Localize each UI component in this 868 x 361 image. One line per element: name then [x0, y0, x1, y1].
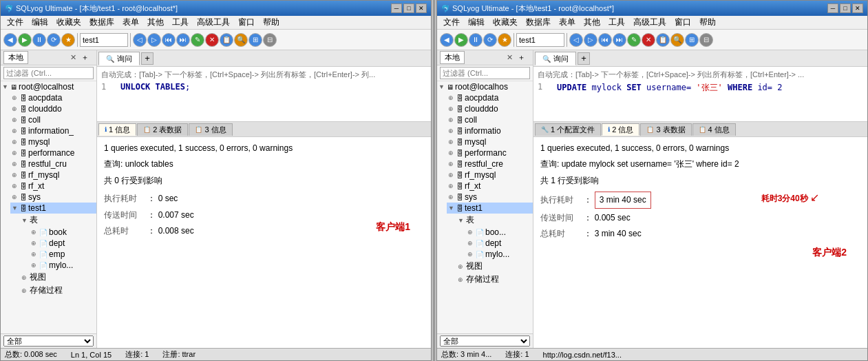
tree-proc-group-2[interactable]: ⊕存储过程	[456, 273, 533, 286]
tree-db-w2-2[interactable]: ⊕🗄coll	[447, 114, 533, 125]
tree-table-group[interactable]: ▼表	[20, 214, 96, 227]
tree-db-4[interactable]: ⊕🗄mysql	[10, 136, 96, 147]
tb-btn-open-2[interactable]: ▶	[454, 33, 468, 47]
tree-view-group[interactable]: ⊕视图	[20, 271, 96, 284]
menu-other-2[interactable]: 其他	[580, 16, 604, 29]
tree-connection-2[interactable]: ▼ 🖥 root@localhos	[437, 81, 533, 92]
tree-db-w2-7[interactable]: ⊕🗄rf_mysql	[447, 169, 533, 180]
tb-btn-d[interactable]: ⏭	[176, 33, 190, 47]
tb-btn-new-1[interactable]: ◀	[3, 33, 17, 47]
tb-btn-stop-1[interactable]: ★	[61, 33, 75, 47]
tree-connection-1[interactable]: ▼ 🖥 root@localhost	[1, 81, 96, 92]
tree-table-dept[interactable]: ⊕📄dept	[30, 238, 96, 249]
sidebar-tab-local-2[interactable]: 本地	[440, 51, 465, 64]
menu-edit-2[interactable]: 编辑	[465, 16, 488, 29]
tree-db-10[interactable]: ▼🗄test1	[10, 203, 96, 214]
query-tab-1[interactable]: 🔍 询问	[98, 52, 140, 65]
sql-editor-1[interactable]: 自动完成：[Tab]-> 下一个标签，[Ctrl+Space]-> 列出所有标签…	[97, 67, 431, 122]
tb-btn-j2[interactable]: ⊟	[699, 33, 713, 47]
tb-btn-b[interactable]: ▷	[147, 33, 161, 47]
sidebar-close-btn-1[interactable]: ✕	[70, 53, 76, 62]
tree-db-6[interactable]: ⊕🗄restful_cru	[10, 158, 96, 169]
tb-btn-open-1[interactable]: ▶	[18, 33, 32, 47]
menu-edit-1[interactable]: 编辑	[28, 16, 52, 29]
tree-db-w2-1[interactable]: ⊕🗄cloudddo	[447, 103, 533, 114]
tree-table-dept-2[interactable]: ⊕📄dept	[466, 238, 533, 249]
tree-db-w2-5[interactable]: ⊕🗄performanc	[447, 147, 533, 158]
tree-db-w2-8[interactable]: ⊕🗄rf_xt	[447, 180, 533, 192]
menu-help-2[interactable]: 帮助	[696, 16, 719, 29]
menu-win-1[interactable]: 窗口	[235, 16, 258, 29]
tb-btn-save-2[interactable]: ⏸	[469, 33, 483, 47]
sidebar-filter-input-1[interactable]	[3, 67, 94, 79]
tb-btn-f[interactable]: ✕	[205, 33, 219, 47]
menu-help-1[interactable]: 帮助	[260, 16, 283, 29]
menu-table-1[interactable]: 表单	[119, 16, 142, 29]
tree-db-w2-6[interactable]: ⊕🗄restful_cre	[447, 158, 533, 169]
tb-btn-h2[interactable]: 🔍	[670, 33, 684, 47]
tree-table-mylo[interactable]: ⊕📄mylo...	[30, 260, 96, 271]
tree-table-emp[interactable]: ⊕📄emp	[30, 249, 96, 260]
menu-file-1[interactable]: 文件	[3, 16, 27, 29]
tree-table-group-2[interactable]: ▼表	[456, 214, 533, 227]
result-tab-config-2[interactable]: 🔧 1 个配置文件	[535, 123, 601, 136]
tree-db-w2-10[interactable]: ▼🗄test1	[447, 203, 533, 214]
sql-editor-2[interactable]: 自动完成：[Tab]-> 下一个标签，[Ctrl+Space]-> 列出所有标签…	[533, 67, 867, 122]
tree-table-book[interactable]: ⊕📄book	[30, 227, 96, 238]
tb-btn-save-1[interactable]: ⏸	[32, 33, 46, 47]
result-tab-info-1[interactable]: ℹ 1 信息	[98, 123, 136, 136]
tree-db-2[interactable]: ⊕🗄coll	[10, 114, 96, 125]
sidebar-tab-local-1[interactable]: 本地	[3, 51, 28, 64]
tb-btn-a[interactable]: ◁	[133, 33, 147, 47]
tb-btn-d2[interactable]: ⏭	[613, 33, 626, 47]
tb-btn-new-2[interactable]: ◀	[440, 33, 454, 47]
tree-db-w2-3[interactable]: ⊕🗄informatio	[447, 125, 533, 136]
menu-tools-1[interactable]: 工具	[169, 16, 192, 29]
tree-db-3[interactable]: ⊕🗄information_	[10, 125, 96, 136]
tree-db-w2-0[interactable]: ⊕🗄aocpdata	[447, 92, 533, 103]
sidebar-filter-input-2[interactable]	[440, 67, 530, 79]
query-tab-add-1[interactable]: +	[141, 52, 154, 65]
db-selector-1[interactable]	[80, 33, 128, 47]
sidebar-close-btn-2[interactable]: ✕	[507, 53, 513, 62]
menu-file-2[interactable]: 文件	[440, 16, 463, 29]
tree-db-w2-9[interactable]: ⊕🗄sys	[447, 192, 533, 203]
tree-db-9[interactable]: ⊕🗄sys	[10, 192, 96, 203]
result-tab-info2-1[interactable]: 📋 3 信息	[189, 123, 232, 136]
minimize-btn-2[interactable]: ─	[827, 3, 838, 13]
result-tab-info4-2[interactable]: 📋 4 信息	[692, 123, 736, 136]
tb-btn-g[interactable]: 📋	[220, 33, 233, 47]
result-tab-table-2[interactable]: 📋 3 表数据	[640, 123, 691, 136]
maximize-btn-2[interactable]: □	[840, 3, 851, 13]
tb-btn-h[interactable]: 🔍	[234, 33, 248, 47]
result-tab-info-2[interactable]: ℹ 2 信息	[602, 123, 639, 136]
tree-db-7[interactable]: ⊕🗄rf_mysql	[10, 169, 96, 180]
tree-table-mylo-2[interactable]: ⊕📄mylo...	[466, 249, 533, 260]
minimize-btn-1[interactable]: ─	[391, 3, 402, 13]
tb-btn-e[interactable]: ✎	[191, 33, 204, 47]
query-tab-add-2[interactable]: +	[578, 52, 590, 65]
tb-btn-i2[interactable]: ⊞	[685, 33, 699, 47]
tb-btn-f2[interactable]: ✕	[642, 33, 655, 47]
close-btn-1[interactable]: ✕	[416, 3, 427, 13]
tb-btn-run-1[interactable]: ⟳	[47, 33, 61, 47]
menu-adv-2[interactable]: 高级工具	[630, 16, 670, 29]
tree-db-0[interactable]: ⊕🗄aocpdata	[10, 92, 96, 103]
tree-db-5[interactable]: ⊕🗄performance	[10, 147, 96, 158]
tree-db-8[interactable]: ⊕🗄rf_xt	[10, 180, 96, 192]
tb-btn-i[interactable]: ⊞	[248, 33, 262, 47]
tree-db-w2-4[interactable]: ⊕🗄mysql	[447, 136, 533, 147]
sidebar-tab-add-2[interactable]: ＋	[513, 51, 530, 64]
menu-adv-1[interactable]: 高级工具	[193, 16, 233, 29]
tb-btn-c2[interactable]: ⏮	[598, 33, 612, 47]
tb-btn-a2[interactable]: ◁	[569, 33, 583, 47]
tb-btn-b2[interactable]: ▷	[584, 33, 597, 47]
tb-btn-c[interactable]: ⏮	[162, 33, 176, 47]
sidebar-tab-add-1[interactable]: ＋	[76, 51, 94, 64]
menu-table-2[interactable]: 表单	[555, 16, 579, 29]
menu-db-2[interactable]: 数据库	[522, 16, 554, 29]
sidebar-select-1[interactable]: 全部	[3, 336, 94, 347]
tb-btn-j[interactable]: ⊟	[263, 33, 277, 47]
tb-btn-e2[interactable]: ✎	[627, 33, 641, 47]
result-tab-table-1[interactable]: 📋 2 表数据	[137, 123, 188, 136]
